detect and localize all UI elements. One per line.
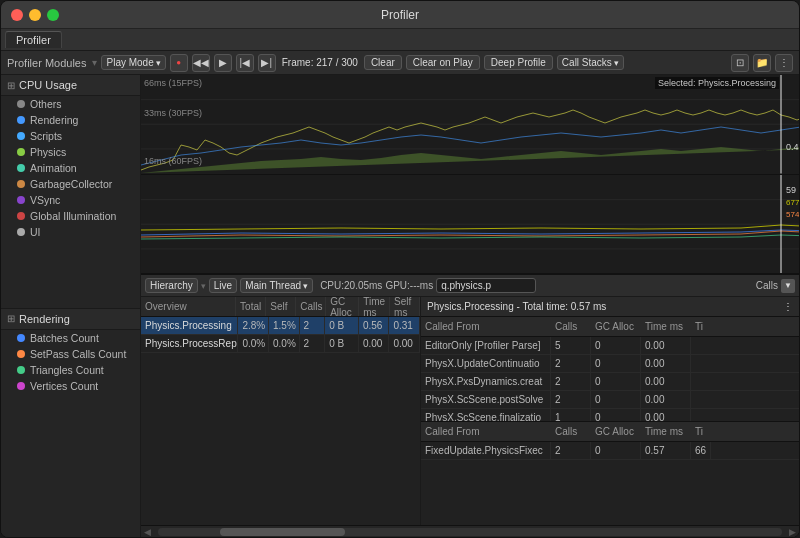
table-row[interactable]: Physics.ProcessReports 0.0% 0.0% 2 0 B 0… bbox=[141, 335, 420, 353]
play-mode-dropdown[interactable]: Play Mode ▾ bbox=[101, 55, 165, 70]
calls-menu-icon[interactable]: ⋮ bbox=[783, 301, 793, 312]
scrollbar-track[interactable] bbox=[158, 528, 782, 536]
frame-info: Frame: 217 / 300 bbox=[282, 57, 358, 68]
th-time-ms[interactable]: Time ms bbox=[359, 297, 390, 316]
sidebar-item-others[interactable]: Others bbox=[1, 96, 140, 112]
th-self[interactable]: Self bbox=[266, 297, 296, 316]
clear-on-play-button[interactable]: Clear on Play bbox=[406, 55, 480, 70]
animation-dot bbox=[17, 164, 25, 172]
hierarchy-toolbar: Hierarchy ▾ Live Main Thread ▾ CPU:20.05… bbox=[141, 275, 799, 297]
svg-text:574.24k: 574.24k bbox=[786, 210, 799, 219]
cr2-name-0: FixedUpdate.PhysicsFixec bbox=[421, 442, 551, 459]
sidebar-item-gc[interactable]: GarbageCollector bbox=[1, 176, 140, 192]
calls-panel-header: Physics.Processing - Total time: 0.57 ms… bbox=[421, 297, 799, 317]
chevron-icon: ▾ bbox=[156, 58, 161, 68]
row-selfms-1: 0.00 bbox=[389, 335, 420, 352]
scroll-left-arrow[interactable]: ◀ bbox=[141, 527, 154, 537]
calls-row[interactable]: PhysX.UpdateContinuatio 2 0 0.00 bbox=[421, 355, 799, 373]
sidebar-item-batches[interactable]: Batches Count bbox=[1, 330, 140, 346]
bottom-scrollbar[interactable]: ◀ ▶ bbox=[141, 525, 799, 537]
step-back-button[interactable]: ◀◀ bbox=[192, 54, 210, 72]
cr-gc-3: 0 bbox=[591, 391, 641, 408]
cth-called-from-2[interactable]: Called From bbox=[421, 422, 551, 441]
cth-calls-2[interactable]: Calls bbox=[551, 422, 591, 441]
cr-gc-1: 0 bbox=[591, 355, 641, 372]
rendering-chart-section[interactable]: 59 677.88k 96 574.24k bbox=[141, 175, 799, 275]
title-bar: Profiler bbox=[1, 1, 799, 29]
record-button[interactable]: ● bbox=[170, 54, 188, 72]
cr2-ti-0: 66 bbox=[691, 442, 711, 459]
fps-15-label: 66ms (15FPS) bbox=[144, 78, 202, 88]
screenshot-icon[interactable]: ⊡ bbox=[731, 54, 749, 72]
calls-row[interactable]: PhysX.ScScene.finalizatio 1 0 0.00 bbox=[421, 409, 799, 421]
folder-icon[interactable]: 📁 bbox=[753, 54, 771, 72]
cth-gc-2[interactable]: GC Alloc bbox=[591, 422, 641, 441]
physics-dot bbox=[17, 148, 25, 156]
cr-time-4: 0.00 bbox=[641, 409, 691, 421]
others-dot bbox=[17, 100, 25, 108]
th-self-ms[interactable]: Self ms bbox=[390, 297, 420, 316]
sidebar-item-animation[interactable]: Animation bbox=[1, 160, 140, 176]
right-panel: Physics.Processing - Total time: 0.57 ms… bbox=[421, 297, 799, 525]
cr-gc-4: 0 bbox=[591, 409, 641, 421]
calls-row[interactable]: PhysX.PxsDynamics.creat 2 0 0.00 bbox=[421, 373, 799, 391]
sidebar-item-vertices[interactable]: Vertices Count bbox=[1, 378, 140, 394]
sort-button[interactable]: ▼ bbox=[781, 279, 795, 293]
cth-ti-1[interactable]: Ti bbox=[691, 317, 711, 336]
th-total[interactable]: Total bbox=[236, 297, 266, 316]
cpu-items-list: Others Rendering Scripts Physics Animati… bbox=[1, 96, 140, 304]
cth-calls-1[interactable]: Calls bbox=[551, 317, 591, 336]
cr-time-1: 0.00 bbox=[641, 355, 691, 372]
cth-gc-1[interactable]: GC Alloc bbox=[591, 317, 641, 336]
scrollbar-thumb[interactable] bbox=[220, 528, 345, 536]
cth-called-from-1[interactable]: Called From bbox=[421, 317, 551, 336]
scroll-right-arrow[interactable]: ▶ bbox=[786, 527, 799, 537]
sidebar-item-gi[interactable]: Global Illumination bbox=[1, 208, 140, 224]
skip-back-button[interactable]: |◀ bbox=[236, 54, 254, 72]
settings-icon[interactable]: ⋮ bbox=[775, 54, 793, 72]
live-button[interactable]: Live bbox=[209, 278, 237, 293]
modules-label: Profiler Modules bbox=[7, 57, 86, 69]
calls-table-header-2: Called From Calls GC Alloc Time ms Ti bbox=[421, 422, 799, 442]
call-stacks-dropdown[interactable]: Call Stacks ▾ bbox=[557, 55, 624, 70]
th-overview[interactable]: Overview bbox=[141, 297, 236, 316]
row-time-1: 0.00 bbox=[359, 335, 390, 352]
calls-panel-title: Physics.Processing - Total time: 0.57 ms bbox=[427, 301, 606, 312]
sidebar-item-rendering[interactable]: Rendering bbox=[1, 112, 140, 128]
sidebar-item-scripts[interactable]: Scripts bbox=[1, 128, 140, 144]
calls-row[interactable]: EditorOnly [Profiler Parse] 5 0 0.00 bbox=[421, 337, 799, 355]
cth-time-2[interactable]: Time ms bbox=[641, 422, 691, 441]
maximize-button[interactable] bbox=[47, 9, 59, 21]
row-gc-0: 0 B bbox=[325, 317, 359, 334]
sidebar-item-physics[interactable]: Physics bbox=[1, 144, 140, 160]
sidebar-item-triangles[interactable]: Triangles Count bbox=[1, 362, 140, 378]
tab-profiler[interactable]: Profiler bbox=[5, 31, 62, 48]
hierarchy-button[interactable]: Hierarchy bbox=[145, 278, 198, 293]
deep-profile-button[interactable]: Deep Profile bbox=[484, 55, 553, 70]
calls-row-2-0[interactable]: FixedUpdate.PhysicsFixec 2 0 0.57 66 bbox=[421, 442, 799, 460]
chevron-down-icon: ▾ bbox=[614, 58, 619, 68]
cr2-calls-0: 2 bbox=[551, 442, 591, 459]
cth-ti-2[interactable]: Ti bbox=[691, 422, 711, 441]
cth-time-1[interactable]: Time ms bbox=[641, 317, 691, 336]
th-gc-alloc[interactable]: GC Alloc bbox=[326, 297, 359, 316]
step-fwd-button[interactable]: ▶ bbox=[214, 54, 232, 72]
cpu-chart-section[interactable]: Selected: Physics.Processing 66ms (15FPS… bbox=[141, 75, 799, 175]
calls-row[interactable]: PhysX.ScScene.postSolve 2 0 0.00 bbox=[421, 391, 799, 409]
close-button[interactable] bbox=[11, 9, 23, 21]
calls-body-2: FixedUpdate.PhysicsFixec 2 0 0.57 66 bbox=[421, 442, 799, 526]
sidebar-item-setpass[interactable]: SetPass Calls Count bbox=[1, 346, 140, 362]
hierarchy-search-input[interactable] bbox=[436, 278, 536, 293]
minimize-button[interactable] bbox=[29, 9, 41, 21]
table-row[interactable]: Physics.Processing 2.8% 1.5% 2 0 B 0.56 … bbox=[141, 317, 420, 335]
sidebar-item-vsync[interactable]: VSync bbox=[1, 192, 140, 208]
skip-fwd-button[interactable]: ▶| bbox=[258, 54, 276, 72]
rendering-chart-svg: 59 677.88k 96 574.24k bbox=[141, 175, 799, 274]
th-calls[interactable]: Calls bbox=[296, 297, 326, 316]
vsync-dot bbox=[17, 196, 25, 204]
sidebar-item-ui[interactable]: UI bbox=[1, 224, 140, 240]
ui-dot bbox=[17, 228, 25, 236]
clear-button[interactable]: Clear bbox=[364, 55, 402, 70]
rendering-icon: ⊞ bbox=[7, 313, 15, 324]
thread-dropdown[interactable]: Main Thread ▾ bbox=[240, 278, 313, 293]
